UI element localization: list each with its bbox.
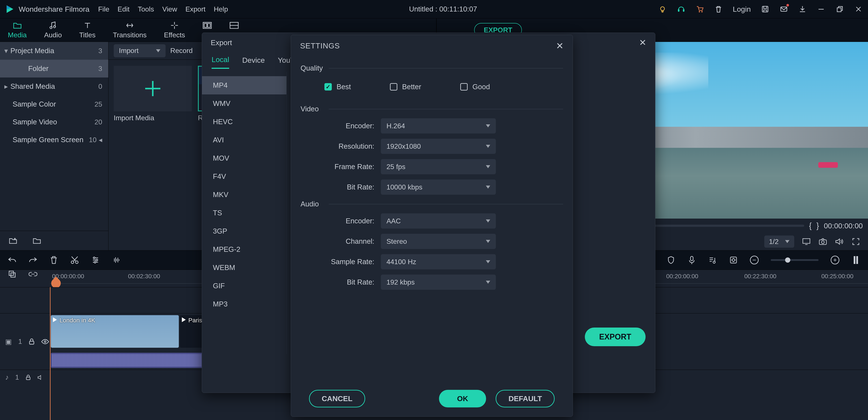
bracket-right-icon[interactable]: } — [816, 221, 819, 230]
quality-label: Better — [402, 83, 421, 91]
speaker-icon[interactable] — [37, 374, 44, 381]
audio-sample-select[interactable]: 44100 Hz — [381, 254, 496, 269]
adjust-icon[interactable] — [91, 256, 100, 264]
audio-channel-select[interactable]: Stereo — [381, 234, 496, 249]
video-bit-select[interactable]: 10000 kbps — [381, 180, 496, 195]
format-mp4[interactable]: MP4 — [202, 76, 286, 94]
link-icon[interactable] — [29, 270, 37, 278]
menu-edit[interactable]: Edit — [118, 5, 129, 13]
support-icon[interactable] — [677, 5, 685, 13]
login-button[interactable]: Login — [733, 5, 751, 13]
sidebar-sample-color[interactable]: Sample Color 25 — [0, 95, 108, 113]
playhead-line[interactable] — [50, 287, 51, 420]
format-mp3[interactable]: MP3 — [202, 295, 286, 313]
tab-media[interactable]: Media — [8, 21, 27, 39]
quality-good[interactable]: Good — [460, 83, 490, 91]
menu-file[interactable]: File — [98, 5, 110, 13]
cut-icon[interactable] — [70, 256, 79, 264]
field-label: Encoder: — [301, 217, 374, 225]
audio-bit-select[interactable]: 192 kbps — [381, 275, 496, 290]
format-wmv[interactable]: WMV — [202, 94, 286, 113]
download-icon[interactable] — [798, 5, 807, 13]
close-icon[interactable]: ✕ — [556, 40, 563, 51]
monitor-icon[interactable] — [802, 237, 811, 246]
camera-icon[interactable] — [818, 237, 827, 246]
mail-icon[interactable] — [779, 5, 788, 13]
trash-icon[interactable] — [714, 5, 723, 13]
fullscreen-icon[interactable] — [851, 237, 860, 246]
zoom-slider[interactable] — [771, 259, 818, 261]
format-mpeg2[interactable]: MPEG-2 — [202, 240, 286, 259]
format-mkv[interactable]: MKV — [202, 186, 286, 204]
page-select[interactable]: 1/2 — [764, 236, 794, 248]
video-frame-select[interactable]: 25 fps — [381, 159, 496, 174]
tips-icon[interactable] — [658, 5, 667, 13]
window-minimize-icon[interactable] — [817, 5, 826, 13]
zoom-fit-icon[interactable] — [851, 256, 860, 264]
window-restore-icon[interactable] — [835, 5, 844, 13]
lock-icon[interactable] — [26, 374, 31, 381]
format-ts[interactable]: TS — [202, 204, 286, 222]
video-encoder-select[interactable]: H.264 — [381, 118, 496, 133]
volume-icon[interactable] — [835, 237, 844, 246]
copy-icon[interactable] — [8, 270, 17, 278]
clip-audio[interactable] — [51, 353, 203, 368]
menu-help[interactable]: Help — [214, 5, 228, 13]
format-f4v[interactable]: F4V — [202, 167, 286, 186]
save-icon[interactable] — [761, 5, 770, 13]
tab-transitions[interactable]: Transitions — [113, 21, 147, 39]
tab-titles[interactable]: Titles — [79, 21, 95, 39]
import-media-thumb[interactable] — [114, 66, 192, 111]
menu-tools[interactable]: Tools — [138, 5, 154, 13]
audio-encoder-select[interactable]: AAC — [381, 213, 496, 229]
format-webm[interactable]: WEBM — [202, 259, 286, 277]
sidebar-sample-video[interactable]: Sample Video 20 — [0, 113, 108, 131]
close-icon[interactable]: ✕ — [639, 37, 646, 48]
cancel-button[interactable]: CANCEL — [309, 390, 365, 408]
tab-effects[interactable]: Effects — [164, 21, 185, 39]
quality-better[interactable]: Better — [390, 83, 421, 91]
open-folder-icon[interactable] — [33, 236, 41, 245]
marker-shield-icon[interactable] — [666, 256, 675, 264]
import-media-card[interactable]: Import Media — [114, 66, 192, 122]
bracket-left-icon[interactable]: { — [809, 221, 812, 230]
eye-icon[interactable] — [41, 339, 49, 344]
format-mov[interactable]: MOV — [202, 149, 286, 167]
zoom-in-icon[interactable]: + — [831, 256, 839, 264]
music-list-icon[interactable] — [708, 256, 717, 264]
chevron-left-icon[interactable]: ◂ — [99, 136, 102, 144]
mic-icon[interactable] — [687, 256, 696, 264]
zoom-out-icon[interactable]: − — [750, 256, 758, 264]
import-dropdown[interactable]: Import — [114, 44, 165, 57]
record-button[interactable]: Record — [170, 47, 193, 55]
tab-audio[interactable]: Audio — [44, 21, 62, 39]
default-button[interactable]: DEFAULT — [496, 390, 555, 408]
delete-icon[interactable] — [50, 256, 58, 264]
video-resolution-select[interactable]: 1920x1080 — [381, 139, 496, 154]
menu-export[interactable]: Export — [185, 5, 205, 13]
quality-best[interactable]: Best — [324, 83, 351, 91]
lock-icon[interactable] — [29, 338, 35, 345]
clip-london[interactable]: London in 4K — [51, 315, 179, 348]
export-tab-local[interactable]: Local — [212, 55, 229, 69]
ok-button[interactable]: OK — [439, 390, 486, 408]
keyframe-icon[interactable] — [729, 256, 738, 264]
format-hevc[interactable]: HEVC — [202, 113, 286, 131]
sidebar-sample-green[interactable]: Sample Green Screen 10◂ — [0, 131, 108, 149]
undo-icon[interactable] — [8, 256, 17, 264]
sidebar-project-media[interactable]: ▾Project Media 3 — [0, 42, 108, 60]
new-folder-icon[interactable] — [9, 236, 18, 245]
export-tab-device[interactable]: Device — [242, 56, 265, 68]
export-run-button[interactable]: EXPORT — [585, 328, 646, 346]
format-avi[interactable]: AVI — [202, 131, 286, 149]
format-gif[interactable]: GIF — [202, 277, 286, 295]
audio-wave-icon[interactable] — [112, 256, 121, 264]
menu-view[interactable]: View — [162, 5, 177, 13]
window-close-icon[interactable] — [854, 5, 863, 13]
cart-icon[interactable] — [695, 5, 704, 13]
redo-icon[interactable] — [29, 256, 37, 264]
play-icon — [182, 317, 186, 322]
sidebar-shared-media[interactable]: ▸Shared Media 0 — [0, 78, 108, 95]
sidebar-folder[interactable]: Folder 3 — [0, 60, 108, 78]
format-3gp[interactable]: 3GP — [202, 222, 286, 240]
